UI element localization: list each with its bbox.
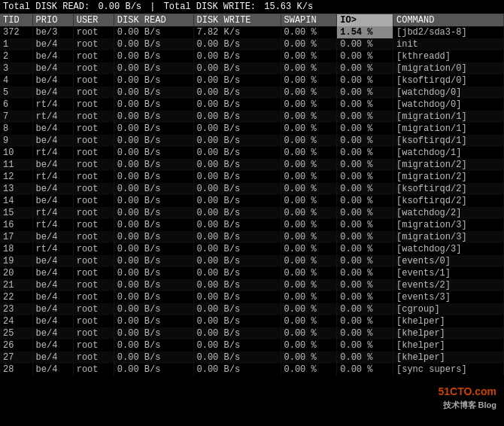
cell-swapin: 0.00 % [281,243,337,255]
cell-command: [ksoftirqd/2] [393,183,504,195]
cell-disk_write: 0.00 B/s [193,327,281,339]
cell-disk_read: 0.00 B/s [114,327,193,339]
cell-swapin: 0.00 % [281,351,337,364]
cell-command: [ksoftirqd/0] [393,75,504,87]
cell-swapin: 0.00 % [281,62,337,75]
cell-io: 0.00 % [337,99,393,111]
cell-io: 0.00 % [337,183,393,195]
cell-disk_write: 0.00 B/s [193,339,281,351]
cell-prio: be/4 [32,364,73,376]
cell-prio: rt/4 [32,147,73,159]
cell-tid: 19 [0,255,32,267]
table-row: 9be/4root0.00 B/s0.00 B/s0.00 %0.00 %[ks… [0,135,504,147]
cell-io: 0.00 % [337,123,393,135]
cell-prio: be/4 [32,279,73,291]
cell-disk_read: 0.00 B/s [114,267,193,279]
cell-io: 0.00 % [337,339,393,351]
cell-disk_read: 0.00 B/s [114,291,193,303]
table-row: 10rt/4root0.00 B/s0.00 B/s0.00 %0.00 %[w… [0,147,504,159]
table-row: 11be/4root0.00 B/s0.00 B/s0.00 %0.00 %[m… [0,159,504,171]
cell-disk_write: 7.82 K/s [193,26,281,38]
cell-swapin: 0.00 % [281,195,337,207]
cell-swapin: 0.00 % [281,303,337,315]
cell-prio: be/4 [32,231,73,243]
cell-swapin: 0.00 % [281,147,337,159]
col-disk-write[interactable]: DISK WRITE [193,14,281,26]
cell-prio: be/4 [32,50,73,62]
col-user[interactable]: USER [73,14,114,26]
table-row: 27be/4root0.00 B/s0.00 B/s0.00 %0.00 %[k… [0,351,504,364]
table-row: 5be/4root0.00 B/s0.00 B/s0.00 %0.00 %[wa… [0,87,504,99]
cell-user: root [73,195,114,207]
disk-read-label: Total DISK READ: [3,2,90,12]
cell-disk_write: 0.00 B/s [193,62,281,75]
table-row: 6rt/4root0.00 B/s0.00 B/s0.00 %0.00 %[wa… [0,99,504,111]
cell-tid: 28 [0,364,32,376]
cell-command: [ksoftirqd/1] [393,135,504,147]
cell-swapin: 0.00 % [281,50,337,62]
separator: | [150,2,155,12]
cell-disk_write: 0.00 B/s [193,135,281,147]
cell-tid: 21 [0,279,32,291]
cell-io: 0.00 % [337,303,393,315]
cell-io: 0.00 % [337,327,393,339]
cell-prio: rt/4 [32,219,73,231]
cell-swapin: 0.00 % [281,279,337,291]
cell-swapin: 0.00 % [281,183,337,195]
cell-tid: 8 [0,123,32,135]
cell-tid: 3 [0,62,32,75]
cell-tid: 17 [0,231,32,243]
cell-command: [events/1] [393,267,504,279]
col-prio[interactable]: PRIO [32,14,73,26]
cell-command: [kthreadd] [393,50,504,62]
col-command[interactable]: COMMAND [393,14,504,26]
table-row: 21be/4root0.00 B/s0.00 B/s0.00 %0.00 %[e… [0,279,504,291]
cell-tid: 6 [0,99,32,111]
cell-command: [migration/1] [393,123,504,135]
col-disk-read[interactable]: DISK READ [114,14,193,26]
cell-command: [cgroup] [393,303,504,315]
cell-disk_read: 0.00 B/s [114,303,193,315]
cell-command: [watchdog/3] [393,243,504,255]
cell-user: root [73,364,114,376]
cell-disk_write: 0.00 B/s [193,99,281,111]
cell-disk_read: 0.00 B/s [114,219,193,231]
col-tid[interactable]: TID [0,14,32,26]
cell-disk_read: 0.00 B/s [114,38,193,50]
cell-io: 0.00 % [337,171,393,183]
cell-prio: be/4 [32,183,73,195]
cell-user: root [73,147,114,159]
cell-io: 0.00 % [337,207,393,219]
disk-write-label: Total DISK WRITE: [164,2,256,12]
cell-disk_write: 0.00 B/s [193,303,281,315]
table-row: 4be/4root0.00 B/s0.00 B/s0.00 %0.00 %[ks… [0,75,504,87]
cell-user: root [73,219,114,231]
cell-disk_read: 0.00 B/s [114,255,193,267]
cell-user: root [73,159,114,171]
disk-read-value: 0.00 B/s [98,2,141,12]
table-row: 28be/4root0.00 B/s0.00 B/s0.00 %0.00 %[s… [0,364,504,376]
cell-user: root [73,267,114,279]
cell-tid: 2 [0,50,32,62]
cell-user: root [73,207,114,219]
cell-command: [events/3] [393,291,504,303]
cell-prio: be/4 [32,195,73,207]
cell-prio: be/4 [32,327,73,339]
cell-disk_read: 0.00 B/s [114,364,193,376]
cell-disk_read: 0.00 B/s [114,159,193,171]
col-io[interactable]: IO> [337,14,393,26]
cell-user: root [73,243,114,255]
table-row: 14be/4root0.00 B/s0.00 B/s0.00 %0.00 %[k… [0,195,504,207]
cell-user: root [73,231,114,243]
cell-disk_write: 0.00 B/s [193,123,281,135]
cell-swapin: 0.00 % [281,87,337,99]
col-swapin[interactable]: SWAPIN [281,14,337,26]
cell-disk_write: 0.00 B/s [193,291,281,303]
table-row: 16rt/4root0.00 B/s0.00 B/s0.00 %0.00 %[m… [0,219,504,231]
cell-swapin: 0.00 % [281,99,337,111]
cell-disk_write: 0.00 B/s [193,171,281,183]
cell-tid: 18 [0,243,32,255]
cell-disk_read: 0.00 B/s [114,315,193,327]
cell-command: [migration/2] [393,159,504,171]
watermark-blog: 技术博客 Blog [438,400,496,411]
